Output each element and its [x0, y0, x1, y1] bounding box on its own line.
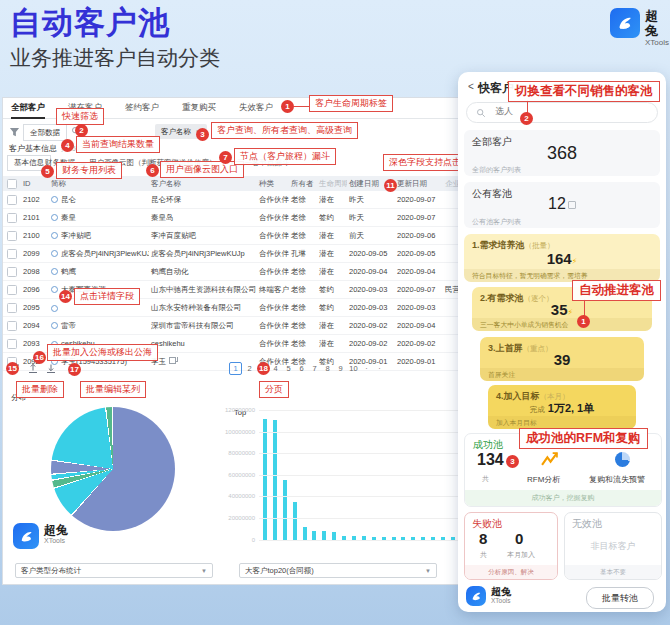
column-header[interactable]: 生命周期	[317, 179, 347, 189]
page-button[interactable]: ·	[361, 363, 372, 374]
cell-stage: 签约	[317, 303, 347, 313]
all-customers-card[interactable]: 全部客户 368 全部的客户列表	[464, 130, 660, 176]
table-row[interactable]: 2102昆仑昆仑环保合作伙伴老徐潜在昨天2020-09-07	[3, 191, 461, 209]
page-button[interactable]: 7	[309, 363, 320, 374]
cell-stage: 潜在	[317, 339, 347, 349]
move-out-sea-icon[interactable]	[45, 362, 57, 374]
page-button[interactable]: 8	[322, 363, 333, 374]
cell-updated: 2020-09-03	[395, 303, 443, 312]
record-dot-icon	[51, 232, 58, 239]
brand-sub: XTools	[491, 597, 511, 604]
funnel-card-demand-cultivation[interactable]: 1.需求培养池（批量） 164⚡ 符合目标特征，暂无明确需求，需培养	[464, 234, 660, 282]
fail-pool-card[interactable]: 失败池 8 共 0 本月加入 分析原因、解决	[464, 512, 558, 580]
y-axis-tick: 20000000	[213, 515, 255, 521]
row-checkbox[interactable]	[7, 267, 17, 277]
column-header[interactable]: 客户名称	[149, 179, 257, 189]
gridline	[259, 410, 459, 411]
gridline	[259, 518, 459, 519]
page-button[interactable]: 1	[229, 362, 242, 375]
column-header[interactable]: 所有者	[289, 179, 317, 189]
repurchase-label[interactable]: 复购和流失预警	[589, 474, 645, 485]
public-pool-card[interactable]: 公有客池 12 公有池客户列表	[464, 182, 660, 228]
page-button[interactable]: 5	[283, 363, 294, 374]
cell-stage: 潜在	[317, 195, 347, 205]
cell-name: 山东永安特种装备有限公司	[149, 303, 257, 313]
cell-owner: 孔琳	[289, 249, 317, 259]
column-header[interactable]: 简称	[49, 179, 149, 189]
repurchase-pie-icon[interactable]	[615, 452, 630, 467]
select-all-checkbox[interactable]	[7, 179, 17, 189]
page-button[interactable]: 2	[244, 363, 255, 374]
data-scope-select[interactable]: 全部数据	[23, 124, 67, 141]
column-header[interactable]: ID	[21, 179, 49, 188]
column-header[interactable]: 更新日期	[395, 179, 443, 189]
table-row[interactable]: 2094雷帝深圳市雷帝科技有限公司合作伙伴老徐潜在2020-09-022020-…	[3, 317, 461, 335]
tab-repeat-purchase[interactable]: 重复购买	[182, 102, 216, 114]
person-search[interactable]	[466, 102, 658, 123]
row-checkbox[interactable]	[7, 231, 17, 241]
invalid-pool-card[interactable]: 无效池 非目标客户 基本不要	[564, 512, 662, 580]
tab-lost-customers[interactable]: 失效客户	[239, 102, 273, 114]
row-checkbox[interactable]	[7, 303, 17, 313]
cell-abbr: 秦皇	[49, 213, 149, 223]
column-header[interactable]: 种类	[257, 179, 289, 189]
page-button[interactable]: 9	[335, 363, 346, 374]
card-value: 12	[464, 195, 660, 213]
cell-updated: 2020-09-05	[395, 249, 443, 258]
bar-chart-select[interactable]: 大客户top20(合同额)▼	[239, 563, 437, 578]
cell-updated: 2020-09-04	[395, 321, 443, 330]
record-dot-icon	[51, 268, 58, 275]
table-row[interactable]: 2101秦皇秦皇岛合作伙伴老徐签约昨天2020-09-07	[3, 209, 461, 227]
page-button[interactable]: 10	[348, 363, 359, 374]
cell-owner: 老徐	[289, 339, 317, 349]
row-checkbox[interactable]	[7, 321, 17, 331]
cell-type: 合作伙伴	[257, 339, 289, 349]
pie-chart-select[interactable]: 客户类型分布统计▼	[15, 563, 213, 578]
public-icon	[568, 201, 576, 209]
annotation-badge-3: 3	[196, 128, 209, 141]
cell-updated: 2020-09-04	[395, 267, 443, 276]
rfm-label[interactable]: RFM分析	[527, 474, 560, 485]
bar-chart-select-value: 大客户top20(合同额)	[245, 566, 314, 576]
table-row[interactable]: 2098鹤鹰鹤鹰自动化合作伙伴老徐潜在2020-09-042020-09-04	[3, 263, 461, 281]
row-checkbox[interactable]	[7, 213, 17, 223]
cell-created: 2020-09-04	[347, 267, 395, 276]
table-row[interactable]: 2099虎客会员Pj4iNRj3PiewKUJp虎客会员Pj4iNRj3Piew…	[3, 245, 461, 263]
cell-type: 终端客户	[257, 285, 289, 295]
pool-footer-logo: 超兔 XTools	[466, 586, 511, 606]
table-row[interactable]: 2095山东永安特种装备有限公司合作伙伴老徐签约2020-09-032020-0…	[3, 299, 461, 317]
rfm-analysis-icon[interactable]	[541, 451, 558, 468]
record-dot-icon	[51, 250, 58, 257]
funnel-card-first-screen[interactable]: 3.上首屏（重点） 39 首屏关注	[480, 337, 644, 381]
person-search-input[interactable]	[493, 105, 647, 117]
cell-stage: 潜在	[317, 231, 347, 241]
cell-id: 2095	[21, 303, 49, 312]
cell-created: 2020-09-02	[347, 339, 395, 348]
funnel-card-monthly-goal[interactable]: 4.加入目标（本月） 完成1万2, 1单 加入本月目标	[488, 385, 636, 429]
cell-updated: 2020-09-02	[395, 339, 443, 348]
page-button[interactable]: 6	[296, 363, 307, 374]
customer-type-pie-chart	[51, 407, 175, 531]
cell-type: 合作伙伴	[257, 249, 289, 259]
tab-all-customers[interactable]: 全部客户	[11, 102, 45, 119]
row-checkbox[interactable]	[7, 195, 17, 205]
cell-id: 2094	[21, 321, 49, 330]
filter-funnel-icon[interactable]	[9, 127, 20, 138]
row-checkbox[interactable]	[7, 249, 17, 259]
annotation-quick-filter: 快速筛选	[56, 108, 104, 125]
row-checkbox[interactable]	[7, 285, 17, 295]
copy-icon[interactable]	[169, 357, 176, 364]
batch-transfer-button[interactable]: 批量转池	[586, 587, 654, 609]
annotation-cloud-entry: 用户画像云图入口	[160, 161, 244, 178]
row-checkbox[interactable]	[7, 339, 17, 349]
brand-name: 超兔	[44, 523, 68, 537]
back-icon[interactable]: <	[468, 81, 474, 92]
table-row[interactable]: 2100李冲贴吧李冲百度贴吧合作伙伴老徐潜在前天2020-09-06	[3, 227, 461, 245]
page-button[interactable]: ·	[374, 363, 385, 374]
card-value: 39	[480, 351, 644, 368]
cell-updated: 2020-09-07	[395, 195, 443, 204]
bar	[303, 527, 307, 540]
tab-signed-customers[interactable]: 签约客户	[125, 102, 159, 114]
bar	[273, 420, 277, 540]
page-button[interactable]: 4	[270, 363, 281, 374]
